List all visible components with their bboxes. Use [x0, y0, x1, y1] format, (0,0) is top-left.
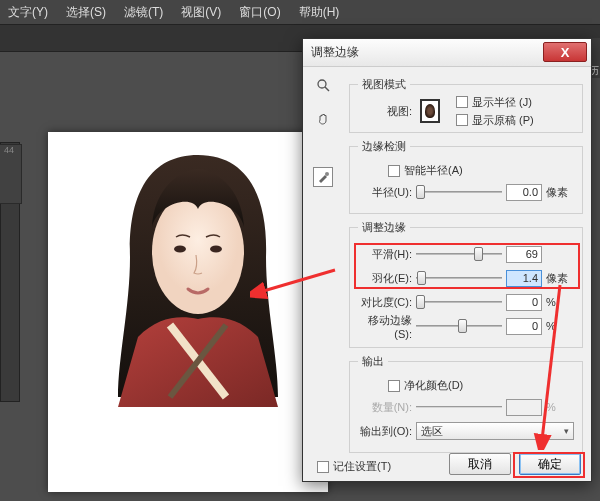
zoom-tool-icon[interactable]: [313, 75, 333, 95]
svg-line-4: [325, 87, 329, 91]
edge-detection-group: 边缘检测 智能半径(A) 半径(U): 0.0 像素: [349, 139, 583, 214]
output-to-dropdown[interactable]: 选区 ▾: [416, 422, 574, 440]
menu-help[interactable]: 帮助(H): [299, 4, 340, 21]
menu-text[interactable]: 文字(Y): [8, 4, 48, 21]
radius-label: 半径(U):: [358, 185, 412, 200]
output-to-value: 选区: [421, 424, 443, 439]
svg-point-1: [174, 246, 186, 253]
cancel-button[interactable]: 取消: [449, 453, 511, 475]
shift-edge-label: 移动边缘(S):: [358, 313, 412, 340]
shift-edge-unit: %: [546, 320, 574, 332]
dialog-tools: [313, 75, 333, 187]
shift-edge-input[interactable]: 0: [506, 318, 542, 335]
output-legend: 输出: [358, 354, 388, 369]
left-badge: 44: [0, 144, 22, 204]
smooth-input[interactable]: 69: [506, 246, 542, 263]
decontaminate-label: 净化颜色(D): [404, 378, 463, 393]
ok-button[interactable]: 确定: [519, 453, 581, 475]
radius-slider[interactable]: [416, 184, 502, 200]
show-original-checkbox[interactable]: [456, 114, 468, 126]
show-original-label: 显示原稿 (P): [472, 113, 534, 128]
feather-unit: 像素: [546, 271, 574, 286]
remember-settings-label: 记住设置(T): [333, 459, 391, 474]
show-radius-checkbox[interactable]: [456, 96, 468, 108]
radius-unit: 像素: [546, 185, 574, 200]
smart-radius-checkbox[interactable]: [388, 165, 400, 177]
decontaminate-checkbox[interactable]: [388, 380, 400, 392]
smooth-slider[interactable]: [416, 246, 502, 262]
svg-point-2: [210, 246, 222, 253]
edge-detection-legend: 边缘检测: [358, 139, 410, 154]
close-button[interactable]: X: [543, 42, 587, 62]
chevron-down-icon: ▾: [564, 426, 569, 436]
output-group: 输出 净化颜色(D) 数量(N): % 输出到(O): 选区 ▾: [349, 354, 583, 453]
menu-bar: 文字(Y) 选择(S) 滤镜(T) 视图(V) 窗口(O) 帮助(H): [0, 0, 600, 24]
amount-slider: [416, 399, 502, 415]
menu-filter[interactable]: 滤镜(T): [124, 4, 163, 21]
radius-input[interactable]: 0.0: [506, 184, 542, 201]
amount-label: 数量(N):: [358, 400, 412, 415]
contrast-unit: %: [546, 296, 574, 308]
refine-edge-dialog: 调整边缘 X 视图模式 视图: 显示半径 (J) 显示原稿 (P) 边缘检测 智…: [302, 38, 592, 482]
svg-point-5: [325, 172, 329, 176]
feather-slider[interactable]: [416, 270, 502, 286]
dialog-title: 调整边缘: [311, 44, 359, 61]
right-panel-strip[interactable]: 历: [592, 38, 600, 78]
feather-label: 羽化(E):: [358, 271, 412, 286]
canvas: [48, 132, 328, 492]
svg-point-3: [318, 80, 326, 88]
show-radius-label: 显示半径 (J): [472, 95, 532, 110]
menu-select[interactable]: 选择(S): [66, 4, 106, 21]
shift-edge-slider[interactable]: [416, 318, 502, 334]
menu-window[interactable]: 窗口(O): [239, 4, 280, 21]
amount-input: [506, 399, 542, 416]
contrast-slider[interactable]: [416, 294, 502, 310]
view-thumbnail-dropdown[interactable]: [420, 99, 440, 123]
view-mode-group: 视图模式 视图: 显示半径 (J) 显示原稿 (P): [349, 77, 583, 133]
contrast-input[interactable]: 0: [506, 294, 542, 311]
remember-settings-checkbox[interactable]: [317, 461, 329, 473]
dialog-titlebar[interactable]: 调整边缘 X: [303, 39, 591, 67]
adjust-edge-group: 调整边缘 平滑(H): 69 羽化(E): 1.4 像素 对比度(C): 0 %…: [349, 220, 583, 348]
refine-brush-tool-icon[interactable]: [313, 167, 333, 187]
feather-input[interactable]: 1.4: [506, 270, 542, 287]
view-mode-legend: 视图模式: [358, 77, 410, 92]
smooth-label: 平滑(H):: [358, 247, 412, 262]
hand-tool-icon[interactable]: [313, 109, 333, 129]
output-to-label: 输出到(O):: [358, 424, 412, 439]
amount-unit: %: [546, 401, 574, 413]
contrast-label: 对比度(C):: [358, 295, 412, 310]
portrait-image: [108, 147, 288, 407]
adjust-edge-legend: 调整边缘: [358, 220, 410, 235]
view-label: 视图:: [358, 104, 412, 119]
menu-view[interactable]: 视图(V): [181, 4, 221, 21]
smart-radius-label: 智能半径(A): [404, 163, 463, 178]
